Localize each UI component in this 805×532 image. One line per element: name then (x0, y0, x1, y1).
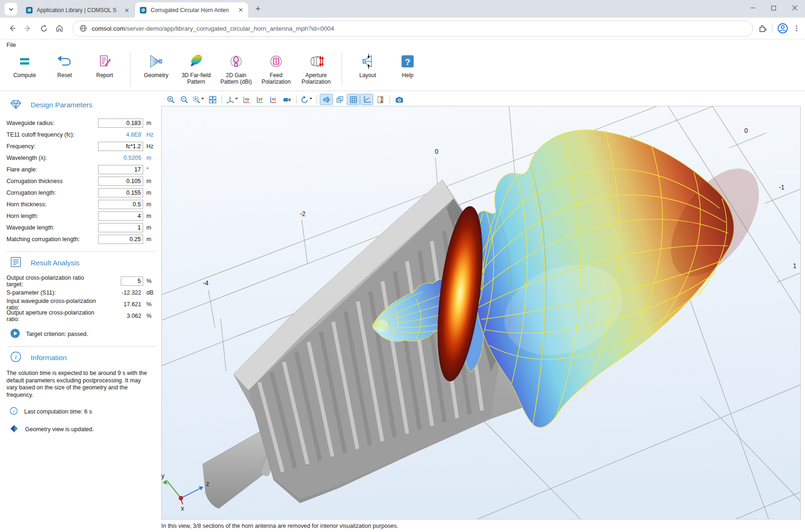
close-icon (792, 5, 798, 11)
ribbon-toolbar: ComputeResetReportGeometry3D Far-fieldPa… (0, 49, 805, 91)
color-legend-icon (376, 95, 385, 104)
url-bar[interactable]: comsol.com/server-demo/app/library_corru… (73, 20, 753, 37)
home-button[interactable] (52, 21, 67, 36)
output-aperture-cross-polarization-ratio-label: Output aperture cross-polarization ratio… (7, 309, 98, 322)
matching-corrugation-length-input[interactable] (98, 235, 143, 244)
ribbon-button-label: Reset (57, 72, 72, 79)
section-divider (7, 251, 156, 252)
horn-length-row: Horn length:m (7, 210, 161, 222)
rotate-button[interactable] (299, 94, 314, 105)
waveguide-length-input[interactable] (98, 223, 143, 232)
frequency-input[interactable] (98, 142, 143, 151)
corrugation-thickness-input[interactable] (98, 177, 143, 186)
tab-search-button[interactable] (5, 3, 17, 15)
caret-down-icon (201, 94, 205, 105)
ribbon-button-label: Geometry (144, 72, 169, 79)
browser-actions (759, 23, 800, 34)
horn-thickness-value-cell (98, 200, 143, 209)
compute-button[interactable]: Compute (5, 51, 45, 79)
output-aperture-cross-polarization-ratio-value-cell: 3.062 (98, 313, 143, 319)
site-info-icon (79, 25, 87, 32)
tab-close-icon[interactable]: ✕ (237, 7, 244, 14)
ribbon-button-label: Help (402, 72, 414, 79)
report-button[interactable]: Report (85, 51, 125, 79)
extensions-icon[interactable] (759, 24, 767, 33)
design-parameters-rows: Waveguide radius:mTE11 cutoff frequency … (7, 117, 161, 245)
zoom-extents-icon (208, 95, 217, 104)
aperture-polarization-button[interactable]: AperturePolarization (296, 51, 336, 86)
maximize-button[interactable] (763, 0, 784, 16)
show-geometry-button[interactable] (320, 94, 333, 105)
waveguide-radius-input[interactable] (98, 118, 143, 128)
graphics-viewport-3d[interactable]: 0 -2 -4 0 -1 1 (161, 106, 801, 519)
svg-text:i: i (15, 353, 17, 361)
tab-application-library[interactable]: Application Library | COMSOL S ✕ (21, 5, 135, 16)
comsol-favicon-icon (26, 7, 33, 14)
show-axes-button[interactable] (360, 94, 373, 105)
grid-button[interactable] (347, 94, 360, 105)
zoom-in-icon (166, 95, 175, 104)
section-title: Design Parameters (31, 101, 92, 109)
zoom-in-button[interactable] (164, 94, 177, 105)
snapshot-button[interactable] (393, 94, 406, 105)
wavelength-value: 0.5205 (98, 155, 143, 161)
layout-button[interactable]: Layout (348, 51, 388, 79)
view-xz-button[interactable]: xz (267, 94, 280, 105)
help-button[interactable]: ?Help (388, 51, 428, 79)
minimize-button[interactable] (742, 0, 763, 16)
horn-thickness-row: Horn thickness:m (7, 198, 161, 210)
reset-button[interactable]: Reset (45, 51, 85, 79)
view-xy-button[interactable]: xy (240, 94, 253, 105)
gain-2d-button[interactable]: 2D GainPattern (dBi) (216, 51, 256, 86)
flare-angle-input[interactable] (98, 165, 143, 174)
settings-panel: Design Parameters Waveguide radius:mTE11… (0, 91, 161, 532)
corrugation-thickness-row: Corrugation thicknessm (7, 175, 161, 187)
back-button[interactable] (5, 21, 20, 36)
zoom-box-button[interactable] (191, 94, 205, 105)
movie-button[interactable] (280, 94, 293, 105)
horn-thickness-input[interactable] (98, 200, 143, 209)
grid-icon (349, 95, 358, 104)
output-cross-polarization-ratio-target-label: Output cross-polarization ratio target: (7, 275, 98, 288)
output-cross-polarization-ratio-target-input[interactable] (121, 276, 143, 286)
corrugation-length-input[interactable] (98, 188, 143, 197)
go-to-view-button[interactable] (225, 94, 239, 105)
geometry-button[interactable]: Geometry (136, 51, 176, 79)
zoom-out-button[interactable] (178, 94, 191, 105)
horn-length-value-cell (98, 211, 143, 221)
zoom-box-icon (192, 95, 201, 104)
far-field-3d-button[interactable]: 3D Far-fieldPattern (176, 51, 216, 86)
transparency-button[interactable] (333, 94, 346, 105)
frequency-unit: Hz (146, 143, 158, 150)
horn-length-input[interactable] (98, 211, 143, 221)
color-legend-button[interactable] (374, 94, 387, 105)
information-header: i Information (10, 351, 161, 365)
feed-polarization-icon (268, 52, 284, 71)
view-yz-button[interactable]: yz (253, 94, 266, 105)
information-icon: i (10, 351, 22, 365)
forward-button[interactable] (20, 21, 35, 36)
profile-avatar[interactable] (777, 23, 788, 34)
back-icon (8, 24, 16, 33)
axis-tick-label: 1 (793, 263, 797, 269)
s-parameter-s11-row: S-parameter (S11):-12.322dB (7, 287, 161, 298)
result-analysis-header: Result Analysis (10, 256, 161, 270)
menu-kebab-icon[interactable] (793, 25, 800, 32)
browser-window: Application Library | COMSOL S ✕ Corruga… (0, 0, 805, 532)
file-menu[interactable]: File (7, 42, 16, 48)
s-parameter-s11-unit: dB (146, 289, 158, 296)
zoom-extents-button[interactable] (206, 94, 219, 105)
tab-close-icon[interactable]: ✕ (123, 7, 131, 14)
forward-icon (24, 24, 32, 33)
close-window-button[interactable] (784, 0, 805, 16)
output-cross-polarization-ratio-target-row: Output cross-polarization ratio target:% (7, 275, 161, 287)
graphics-toolbar-separator (317, 95, 317, 104)
wavelength-label: Wavelength (λ): (7, 155, 98, 161)
graphics-toolbar-separator (222, 95, 222, 104)
last-computation-text: Last computation time: 6 s (24, 408, 92, 415)
new-tab-button[interactable]: + (252, 3, 264, 15)
tab-corrugated-horn[interactable]: Corrugated Circular Horn Anten ✕ (135, 2, 248, 18)
feed-polarization-button[interactable]: FeedPolarization (256, 51, 296, 86)
matching-corrugation-length-row: Matching corrugation length:m (7, 233, 161, 245)
reload-button[interactable] (36, 21, 51, 36)
